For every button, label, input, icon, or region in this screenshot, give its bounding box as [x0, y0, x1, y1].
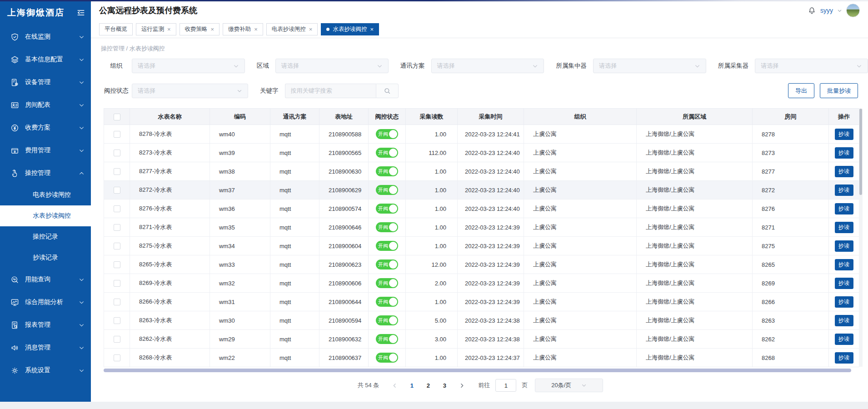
- sidebar-item[interactable]: 操控管理: [0, 162, 91, 185]
- page-size-select[interactable]: 20条/页: [535, 379, 603, 392]
- time-cell: 2022-03-23 12:24:39: [458, 218, 524, 237]
- read-button[interactable]: 抄读: [835, 315, 853, 326]
- goto-page-input[interactable]: [495, 379, 516, 392]
- valve-toggle[interactable]: 开阀: [376, 129, 398, 139]
- avatar[interactable]: [846, 4, 860, 17]
- sidebar-item[interactable]: 报表管理: [0, 314, 91, 336]
- filter-select[interactable]: 请选择: [755, 59, 868, 73]
- read-button[interactable]: 抄读: [835, 240, 853, 252]
- sidebar-item[interactable]: 费用管理: [0, 139, 91, 162]
- next-page-button[interactable]: [455, 379, 468, 392]
- filter-select[interactable]: 请选择: [132, 59, 245, 73]
- close-icon[interactable]: ×: [254, 26, 258, 32]
- sidebar-item[interactable]: 设备管理: [0, 71, 91, 94]
- row-checkbox[interactable]: [114, 168, 120, 175]
- row-checkbox[interactable]: [114, 261, 120, 268]
- tab[interactable]: 运行监测×: [136, 23, 176, 35]
- read-button[interactable]: 抄读: [835, 203, 853, 214]
- sidebar-item[interactable]: 综合用能分析: [0, 291, 91, 314]
- valve-toggle[interactable]: 开阀: [376, 315, 398, 325]
- row-checkbox[interactable]: [114, 187, 120, 194]
- close-icon[interactable]: ×: [309, 26, 313, 32]
- row-checkbox[interactable]: [114, 131, 120, 138]
- read-button[interactable]: 抄读: [835, 334, 853, 345]
- chevron-down-icon[interactable]: [837, 8, 842, 13]
- sidebar-item[interactable]: 收费方案: [0, 116, 91, 139]
- filter-select[interactable]: 请选择: [593, 59, 706, 73]
- valve-toggle[interactable]: 开阀: [376, 353, 398, 363]
- valve-toggle[interactable]: 开阀: [376, 297, 398, 307]
- close-icon[interactable]: ×: [211, 26, 215, 32]
- close-icon[interactable]: ×: [370, 26, 374, 32]
- sidebar-item[interactable]: 在线监测: [0, 25, 91, 48]
- sidebar-collapse-icon[interactable]: [76, 8, 85, 17]
- sidebar-item[interactable]: 基本信息配置: [0, 48, 91, 71]
- sidebar-subitem[interactable]: 电表抄读闸控: [0, 185, 91, 205]
- valve-toggle[interactable]: 开阀: [376, 166, 398, 176]
- valve-toggle[interactable]: 开阀: [376, 334, 398, 344]
- tab[interactable]: 电表抄读闸控×: [266, 23, 318, 35]
- sidebar-item[interactable]: 消息管理: [0, 336, 91, 359]
- bell-icon[interactable]: [808, 6, 816, 15]
- chevron-down-icon: [79, 102, 85, 108]
- row-checkbox[interactable]: [114, 205, 120, 212]
- valve-toggle[interactable]: 开阀: [376, 185, 398, 195]
- select-all-checkbox[interactable]: [114, 114, 120, 120]
- row-checkbox[interactable]: [114, 317, 120, 324]
- valve-toggle[interactable]: 开阀: [376, 259, 398, 269]
- page-number-button[interactable]: 3: [438, 379, 451, 392]
- row-checkbox[interactable]: [114, 336, 120, 343]
- valve-toggle[interactable]: 开阀: [376, 241, 398, 251]
- tab[interactable]: 缴费补助×: [223, 23, 263, 35]
- read-button[interactable]: 抄读: [835, 352, 853, 364]
- read-button[interactable]: 抄读: [835, 296, 853, 308]
- read-button[interactable]: 抄读: [835, 259, 853, 270]
- search-button[interactable]: [376, 84, 399, 98]
- filter-select[interactable]: 请选择: [275, 59, 389, 73]
- valve-toggle[interactable]: 开阀: [376, 148, 398, 158]
- tab[interactable]: 收费策略×: [180, 23, 220, 35]
- row-checkbox[interactable]: [114, 243, 120, 249]
- valve-toggle-label: 开阀: [378, 336, 388, 343]
- sidebar-subitem[interactable]: 水表抄读阀控: [0, 205, 91, 226]
- sidebar-subitem[interactable]: 抄读记录: [0, 247, 91, 268]
- table-vertical-scrollbar[interactable]: [859, 109, 863, 367]
- sidebar-subitem[interactable]: 操控记录: [0, 226, 91, 247]
- read-button[interactable]: 抄读: [835, 222, 853, 233]
- row-checkbox[interactable]: [114, 354, 120, 361]
- table-horizontal-scrollbar[interactable]: [104, 369, 859, 373]
- time-cell: 2022-03-23 12:24:40: [458, 200, 524, 218]
- sidebar-item[interactable]: 房间配表: [0, 94, 91, 116]
- tab[interactable]: 水表抄读阀控×: [321, 23, 379, 35]
- row-checkbox[interactable]: [114, 299, 120, 305]
- read-button[interactable]: 抄读: [835, 185, 853, 196]
- column-header: 采集读数: [406, 109, 458, 125]
- sidebar-item[interactable]: 系统设置: [0, 359, 91, 382]
- row-checkbox[interactable]: [114, 150, 120, 156]
- page-number-button[interactable]: 2: [422, 379, 434, 392]
- sidebar-item[interactable]: 用能查询: [0, 268, 91, 291]
- read-button[interactable]: 抄读: [835, 278, 853, 289]
- row-checkbox[interactable]: [114, 280, 120, 287]
- username[interactable]: syyy: [820, 7, 833, 14]
- filter-select[interactable]: 请选择: [431, 59, 544, 73]
- batch-read-button[interactable]: 批量抄读: [820, 83, 858, 98]
- scrollbar-thumb[interactable]: [104, 369, 851, 372]
- export-button[interactable]: 导出: [788, 83, 814, 98]
- prev-page-button[interactable]: [388, 379, 401, 392]
- scrollbar-thumb[interactable]: [859, 109, 862, 195]
- row-checkbox[interactable]: [114, 224, 120, 231]
- org-cell: 上虞公寓: [524, 125, 637, 144]
- valve-toggle[interactable]: 开阀: [376, 222, 398, 232]
- valve-toggle[interactable]: 开阀: [376, 204, 398, 214]
- close-icon[interactable]: ×: [167, 26, 171, 32]
- tab[interactable]: 平台概览: [99, 23, 133, 35]
- room-cell: 8275: [753, 237, 829, 255]
- read-button[interactable]: 抄读: [835, 147, 853, 159]
- page-number-button[interactable]: 1: [405, 379, 418, 392]
- read-button[interactable]: 抄读: [835, 166, 853, 177]
- keyword-input[interactable]: [285, 84, 376, 98]
- read-button[interactable]: 抄读: [835, 129, 853, 140]
- valve-toggle[interactable]: 开阀: [376, 278, 398, 288]
- valve-status-select[interactable]: 请选择: [132, 84, 248, 98]
